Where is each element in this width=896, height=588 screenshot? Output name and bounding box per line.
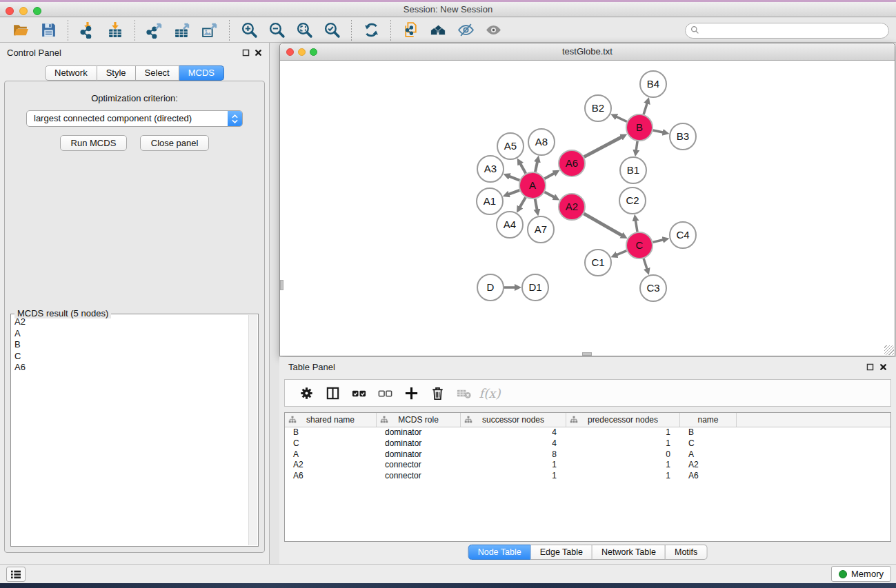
graph-node-B[interactable]: B [626,114,653,141]
task-history-button[interactable] [6,567,26,582]
table-cell[interactable]: dominator [377,427,461,438]
table-cell[interactable]: A [285,449,377,460]
mcds-result-scrollbar[interactable] [248,315,257,545]
graph-edge-B-B2[interactable] [615,116,627,121]
search-box[interactable] [685,23,889,39]
table-close-panel-icon[interactable] [878,362,888,372]
close-panel-icon[interactable] [253,48,263,58]
table-row[interactable]: Adominator80A [285,449,890,460]
mcds-result-item[interactable]: A6 [12,362,248,374]
graph-edge-C-C4[interactable] [653,239,665,242]
graph-edge-A-A5[interactable] [519,163,526,174]
gear-icon[interactable] [296,383,317,403]
optimization-criterion-select[interactable]: largest connected component (directed) [26,110,243,127]
graph-node-D1[interactable]: D1 [522,274,548,301]
graph-node-D[interactable]: D [477,274,504,301]
graph-edge-A6-B[interactable] [584,136,623,157]
graph-edge-C-C1[interactable] [615,251,627,256]
table-cell[interactable]: 1 [461,460,566,471]
column-header-MCDS-role[interactable]: MCDS role [377,413,461,427]
table-cell[interactable]: dominator [377,449,461,460]
graph-edge-A-A4[interactable] [519,197,526,208]
import-network-icon[interactable] [77,20,98,41]
open-folder-icon[interactable] [10,20,31,41]
graph-node-C3[interactable]: C3 [640,275,666,301]
graph-node-A3[interactable]: A3 [477,156,504,182]
table-row[interactable]: A6connector11A6 [285,471,890,482]
graph-node-B1[interactable]: B1 [620,157,646,183]
graph-node-C4[interactable]: C4 [670,222,696,248]
graph-edge-A-A3[interactable] [508,176,519,181]
graph-node-A1[interactable]: A1 [477,188,503,214]
graph-node-B4[interactable]: B4 [640,71,666,97]
create-column-icon[interactable] [401,383,421,403]
table-cell[interactable]: 1 [461,471,566,482]
tab-mcds[interactable]: MCDS [179,65,224,81]
export-table-icon[interactable] [172,20,192,41]
window-close-button[interactable] [6,7,14,15]
tab-select[interactable]: Select [136,65,179,81]
column-header-successor-nodes[interactable]: successor nodes [461,413,566,427]
table-cell[interactable]: C [680,438,737,449]
graph-edge-A2-C[interactable] [584,214,623,236]
network-canvas[interactable]: AA2A6BCA1A3A4A5A7A8B1B2B3B4C1C2C3C4DD1 [280,61,895,356]
canvas-left-grip[interactable] [280,280,283,290]
zoom-fit-icon[interactable] [294,20,315,41]
table-row[interactable]: Bdominator41B [285,427,890,438]
graph-node-A2[interactable]: A2 [559,194,585,220]
graph-node-C1[interactable]: C1 [585,250,611,276]
table-cell[interactable]: C [285,438,377,449]
mcds-result-item[interactable]: B [12,339,248,351]
table-cell[interactable]: 1 [566,438,680,449]
tab-node-table[interactable]: Node Table [468,545,531,560]
network-window-zoom-button[interactable] [310,48,317,56]
float-panel-icon[interactable] [241,48,251,58]
hide-eye-icon[interactable] [455,20,476,41]
graph-node-B2[interactable]: B2 [585,95,611,121]
network-window-titlebar[interactable]: testGlobe.txt [280,43,895,61]
graph-node-C2[interactable]: C2 [619,187,646,214]
graph-edge-A-A2[interactable] [545,192,556,199]
column-header-name[interactable]: name [680,413,737,427]
graph-node-A4[interactable]: A4 [497,212,523,238]
graph-edge-B-B3[interactable] [653,130,665,133]
table-cell[interactable]: connector [377,460,461,471]
table-cell[interactable]: A6 [680,471,737,482]
graph-edge-A-A6[interactable] [544,172,555,179]
table-cell[interactable]: 8 [461,449,566,460]
table-cell[interactable]: 1 [566,427,680,438]
table-cell[interactable]: 0 [566,449,680,460]
tab-edge-table[interactable]: Edge Table [531,545,593,560]
select-all-checkboxes-icon[interactable] [348,383,369,403]
window-zoom-button[interactable] [33,7,41,15]
graph-edge-B-B1[interactable] [636,141,637,152]
tab-network-table[interactable]: Network Table [593,545,666,560]
mcds-result-item[interactable]: A [12,328,248,340]
column-selector-icon[interactable] [322,383,343,403]
canvas-bottom-grip[interactable] [582,352,592,356]
table-float-panel-icon[interactable] [865,362,875,372]
refresh-icon[interactable] [361,20,381,41]
home-icon[interactable] [428,20,448,41]
zoom-in-icon[interactable] [239,20,259,41]
table-cell[interactable]: B [680,427,737,438]
table-row[interactable]: Cdominator41C [285,438,890,449]
window-resize-grip[interactable] [884,345,894,355]
table-cell[interactable]: 4 [461,438,566,449]
graph-node-A5[interactable]: A5 [497,133,524,159]
tab-style[interactable]: Style [97,65,136,81]
zoom-selected-icon[interactable] [321,20,342,41]
graph-edge-A-A7[interactable] [535,199,537,212]
mcds-result-item[interactable]: A2 [12,316,248,328]
network-window-close-button[interactable] [286,48,294,56]
search-input[interactable] [699,24,888,37]
column-header-predecessor-nodes[interactable]: predecessor nodes [566,413,680,427]
window-minimize-button[interactable] [19,7,28,15]
graph-node-A7[interactable]: A7 [528,216,554,243]
unselect-all-checkboxes-icon[interactable] [375,383,395,403]
close-panel-button[interactable]: Close panel [140,135,210,151]
import-table-icon[interactable] [105,20,126,41]
graph-node-C[interactable]: C [626,232,653,258]
table-cell[interactable]: A2 [285,460,377,471]
table-cell[interactable]: 4 [461,427,566,438]
